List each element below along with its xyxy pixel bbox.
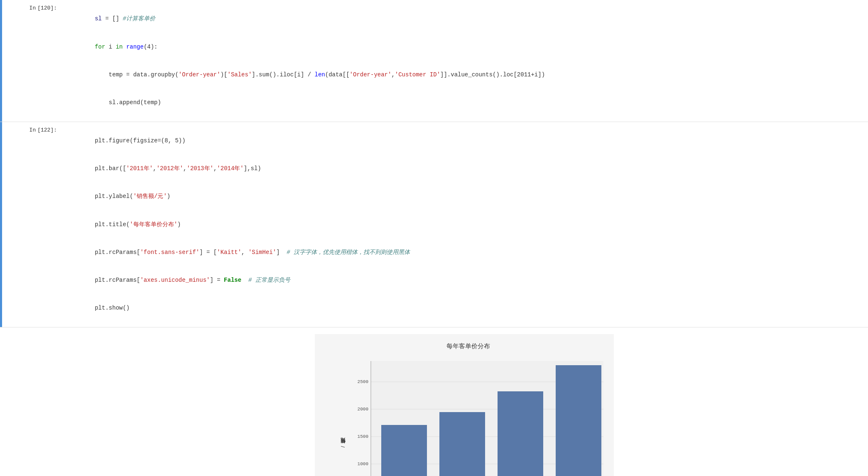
code-line-plt5: plt.rcParams['font.sans-serif'] = ['Kait… [67, 238, 861, 266]
cell-120-content[interactable]: sl = [] #计算客单价 for i in range(4): temp =… [60, 0, 868, 122]
code-span: ].sum().iloc[i] / [252, 71, 314, 78]
cell-122: In [122]: plt.figure(figsize=(8, 5)) plt… [0, 122, 868, 327]
output-left-spacer [0, 327, 60, 476]
code-span: # 汉字字体，优先使用楷体，找不到则使用黑体 [287, 249, 410, 256]
code-span: ]].value_counts().loc[2011+i]) [440, 71, 545, 78]
code-span: (4): [144, 44, 158, 50]
code-span: plt.bar([ [95, 165, 126, 172]
code-span: '2011年' [126, 165, 153, 172]
code-span: ] = [ [199, 249, 217, 256]
code-span: ) [167, 193, 170, 200]
code-span: ],sl) [244, 165, 261, 172]
code-span: '2014年' [217, 165, 243, 172]
code-span: plt.rcParams[ [95, 249, 140, 256]
bar-2011 [381, 425, 427, 476]
cell-120-prompt: In [120]: [2, 0, 60, 122]
code-span: ] = [210, 277, 224, 283]
ytick-1000: 1000 [357, 461, 368, 466]
code-span: 'SimHei' [248, 249, 276, 256]
ytick-1500: 1500 [357, 434, 368, 439]
code-line-plt3: plt.ylabel('销售额/元') [67, 183, 861, 210]
code-span: ) [177, 221, 181, 228]
code-span: , [153, 165, 156, 172]
code-span: 'Customer ID' [395, 71, 440, 78]
code-span: plt.rcParams[ [95, 277, 140, 283]
code-line-3: temp = data.groupby('Order-year')['Sales… [67, 61, 861, 88]
code-line-plt7: plt.show() [67, 294, 861, 322]
code-span: len [315, 71, 325, 78]
chart-wrapper: 每年客单价分布 销售额/元 0 [315, 334, 614, 476]
code-span: plt.title( [95, 221, 130, 228]
code-span: temp = data.groupby( [95, 71, 179, 78]
bar-2014 [556, 365, 601, 476]
ytick-2000: 2000 [357, 407, 368, 412]
in-label-122: In [29, 127, 36, 133]
code-span: 'Order-year' [350, 71, 392, 78]
code-span: 'Sales' [228, 71, 252, 78]
code-span: #计算客单价 [119, 15, 155, 22]
in-number-122: [122]: [37, 127, 57, 133]
bar-2012 [439, 412, 485, 476]
code-span: (data[[ [325, 71, 350, 78]
code-line-2: for i in range(4): [67, 33, 861, 61]
code-line-plt2: plt.bar(['2011年','2012年','2013年','2014年'… [67, 155, 861, 183]
chart-output-cell: 每年客单价分布 销售额/元 0 [0, 327, 868, 476]
code-span: plt.figure(figsize=(8, 5)) [95, 137, 185, 144]
code-span: , [241, 249, 248, 256]
code-line-plt1: plt.figure(figsize=(8, 5)) [67, 127, 861, 155]
cell-122-content[interactable]: plt.figure(figsize=(8, 5)) plt.bar(['201… [60, 122, 868, 327]
code-span: )[ [221, 71, 228, 78]
in-number: [120]: [37, 5, 57, 11]
code-span: False [224, 277, 241, 283]
code-span: for [95, 44, 105, 50]
cell-120: In [120]: sl = [] #计算客单价 for i in range(… [0, 0, 868, 122]
code-span: 'font.sans-serif' [140, 249, 199, 256]
code-span: [] [112, 15, 119, 22]
chart-title: 每年客单价分布 [340, 342, 597, 350]
y-axis-label: 销售额/元 [340, 446, 347, 447]
code-span: '销售额/元' [133, 193, 167, 200]
code-span [123, 44, 126, 50]
chart-output-content: 每年客单价分布 销售额/元 0 [60, 327, 868, 476]
code-line-plt6: plt.rcParams['axes.unicode_minus'] = Fal… [67, 266, 861, 294]
code-span: plt.show() [95, 305, 130, 311]
code-span: , [391, 71, 395, 78]
chart-svg: 0 500 1000 1500 2000 2500 [350, 357, 608, 476]
ytick-2500: 2500 [357, 379, 368, 384]
code-span [241, 277, 248, 283]
code-span: 'Kaitt' [217, 249, 241, 256]
bar-2013 [498, 391, 543, 476]
code-span: range [126, 44, 144, 50]
code-span: = [102, 15, 112, 22]
code-span: '2012年' [157, 165, 183, 172]
code-span: '2013年' [187, 165, 213, 172]
code-span: , [183, 165, 186, 172]
notebook-container: In [120]: sl = [] #计算客单价 for i in range(… [0, 0, 868, 476]
code-line-1: sl = [] #计算客单价 [67, 5, 861, 33]
in-label: In [29, 5, 36, 11]
code-span: i [105, 44, 115, 50]
cell-122-prompt: In [122]: [2, 122, 60, 327]
code-span: sl [95, 15, 102, 22]
code-span: 'axes.unicode_minus' [140, 277, 210, 283]
code-span: ] [276, 249, 287, 256]
code-span: sl.append(temp) [95, 99, 161, 106]
code-span: # 正常显示负号 [248, 277, 290, 283]
code-line-4: sl.append(temp) [67, 89, 861, 117]
code-span: '每年客单价分布' [130, 221, 177, 228]
code-span: in [116, 44, 123, 50]
code-span: plt.ylabel( [95, 193, 133, 200]
code-span: 'Order-year' [179, 71, 221, 78]
code-line-plt4: plt.title('每年客单价分布') [67, 210, 861, 238]
